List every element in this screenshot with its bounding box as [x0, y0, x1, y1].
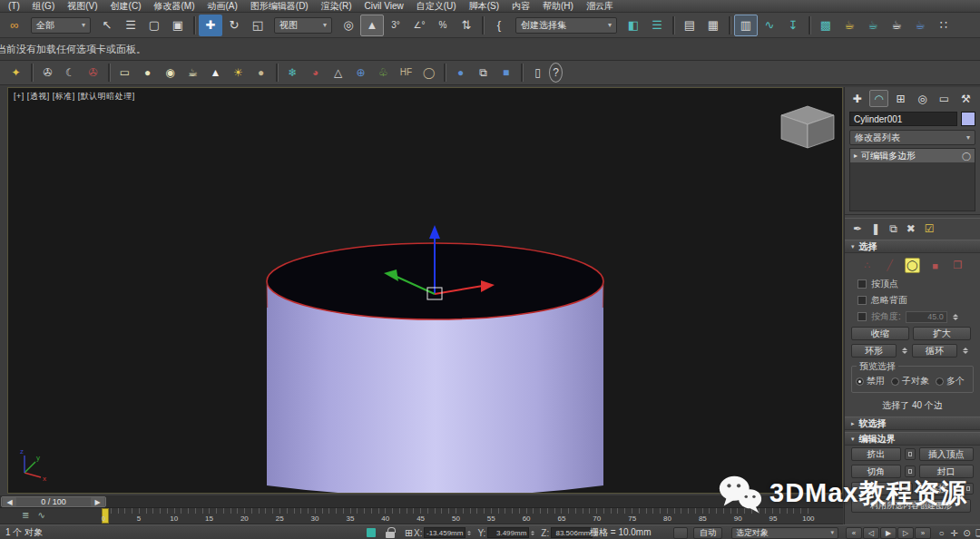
shrink-button[interactable]: 收缩	[851, 327, 909, 340]
viewport-label[interactable]: [+] [透视] [标准] [默认明暗处理]	[14, 91, 135, 103]
tab-display[interactable]: ▭	[935, 90, 954, 107]
set-key-button[interactable]	[673, 527, 688, 539]
menu-item[interactable]: 视图(V)	[61, 0, 103, 13]
cone-light-icon[interactable]: ▲	[204, 63, 227, 83]
bird-hf-icon[interactable]: HF	[395, 63, 417, 83]
sphere-red-icon[interactable]: ◕	[304, 63, 327, 83]
mini-curve-editor-icon[interactable]: ∿	[37, 510, 44, 520]
connect-button[interactable]: 连接	[916, 482, 959, 495]
previous-frame-button[interactable]: ◁	[863, 527, 879, 539]
bridge-settings-icon[interactable]	[902, 483, 913, 495]
panel-resize-handle[interactable]	[845, 214, 980, 219]
create-shape-button[interactable]: 利用所选内容创建图形	[851, 499, 971, 513]
configure-modifier-sets-icon[interactable]: ☑	[925, 222, 935, 235]
chamfer-settings-icon[interactable]	[905, 466, 916, 477]
preview-subobj-radio[interactable]: 子对象	[891, 375, 929, 387]
loop-spinner[interactable]	[961, 345, 969, 357]
border-mode-icon[interactable]: ◯	[905, 258, 920, 273]
x-coordinate-field[interactable]: -13.459mm	[424, 527, 466, 538]
play-button[interactable]: ▶	[880, 527, 897, 539]
material-editor-icon[interactable]: ▩	[814, 15, 838, 36]
bridge-button[interactable]: 桥	[851, 482, 898, 495]
z-coordinate-field[interactable]: 83.506mm	[551, 527, 593, 538]
next-frame-button[interactable]: ▷	[897, 527, 914, 539]
perspective-viewport[interactable]: x y z [+] [透视] [标准] [默认明暗处理]	[7, 87, 843, 494]
grow-button[interactable]: 扩大	[913, 327, 971, 340]
isolate-selection-icon[interactable]	[367, 528, 376, 537]
snap-toggle-3d-icon[interactable]: 3°	[384, 15, 407, 36]
toggle-ribbon-icon[interactable]: ▥	[734, 15, 758, 36]
blob-light-icon[interactable]: ●	[136, 63, 159, 83]
pyramid-icon[interactable]: △	[327, 63, 349, 83]
key-filter-dropdown[interactable]: 选定对象	[731, 527, 838, 539]
previous-frame-arrow[interactable]: ◀	[3, 497, 16, 506]
preview-multi-radio[interactable]: 多个	[936, 375, 965, 387]
cap-button[interactable]: 封口	[919, 465, 974, 478]
teapot-light-icon[interactable]: ☕	[181, 63, 204, 83]
by-vertex-checkbox[interactable]	[858, 279, 867, 289]
edge-mode-icon[interactable]: ╱	[882, 258, 897, 273]
disc-light-icon[interactable]: ●	[250, 63, 272, 83]
insert-vertex-button[interactable]: 插入顶点	[919, 447, 974, 461]
toggle-layer-explorer-icon[interactable]: ▦	[701, 15, 725, 36]
go-to-start-button[interactable]: «	[846, 527, 862, 539]
orbit-icon[interactable]: ⊙	[961, 527, 973, 539]
menu-item[interactable]: 脚本(S)	[463, 0, 505, 13]
percent-snap-icon[interactable]: %	[431, 15, 455, 36]
menu-item[interactable]: 帮助(H)	[536, 0, 580, 13]
polygon-mode-icon[interactable]: ■	[927, 258, 943, 273]
show-end-result-icon[interactable]: ❚	[871, 222, 880, 235]
y-spinner[interactable]	[529, 527, 535, 538]
align-icon[interactable]: ☰	[645, 15, 669, 36]
menu-item[interactable]: 修改器(M)	[147, 0, 201, 13]
expand-arrow-icon[interactable]: ▸	[854, 152, 858, 160]
object-color-swatch[interactable]	[961, 112, 975, 126]
rect-selection-region-icon[interactable]: ▢	[142, 15, 166, 36]
remove-modifier-icon[interactable]: ✖	[906, 222, 916, 235]
view-cube[interactable]	[781, 106, 834, 148]
track-bar-options-icon[interactable]: ≣	[22, 510, 29, 520]
camera-red-icon[interactable]: ✇	[82, 63, 104, 83]
extrude-button[interactable]: 挤出	[851, 447, 901, 461]
help-icon[interactable]: ?	[549, 63, 563, 83]
rendered-frame-icon[interactable]: ☕	[861, 15, 885, 36]
sphere-light-icon[interactable]: ◉	[159, 63, 181, 83]
menu-item[interactable]: 渲染(R)	[315, 0, 358, 13]
window-crossing-icon[interactable]: ▣	[166, 15, 190, 36]
tab-motion[interactable]: ◎	[913, 90, 932, 107]
area-light-icon[interactable]: ▭	[113, 63, 136, 83]
rollout-edit-borders[interactable]: 编辑边界	[845, 432, 980, 446]
next-frame-arrow[interactable]: ▶	[91, 497, 104, 506]
menu-item[interactable]: 自定义(U)	[410, 0, 463, 13]
edit-named-selection-sets-icon[interactable]: {	[487, 15, 511, 36]
menu-item[interactable]: (T)	[2, 1, 26, 11]
selection-filter-dropdown[interactable]: 全部	[31, 17, 91, 34]
menu-item[interactable]: 溜云库	[580, 0, 620, 13]
globe-icon[interactable]: ⊕	[349, 63, 372, 83]
zoom-icon[interactable]: ○	[936, 527, 947, 539]
box-blue-icon[interactable]: ■	[495, 63, 517, 83]
ignore-backfacing-checkbox[interactable]	[858, 296, 867, 305]
menu-item[interactable]: 图形编辑器(D)	[244, 0, 315, 13]
pin-stack-icon[interactable]: ✒	[853, 222, 862, 235]
connect-settings-icon[interactable]	[963, 483, 974, 495]
time-slider-handle[interactable]: ◀ 0 / 100 ▶	[1, 496, 106, 507]
render-cloud-icon[interactable]: ☕	[908, 15, 932, 36]
rain-icon[interactable]: ❄	[281, 63, 304, 83]
loop-button[interactable]: 循环	[912, 344, 957, 358]
maximize-viewport-icon[interactable]: ❏	[974, 527, 980, 539]
named-selection-sets-dropdown[interactable]: 创建选择集	[515, 17, 617, 34]
angle-value-field[interactable]: 45.0	[906, 311, 947, 323]
render-production-icon[interactable]: ☕	[885, 15, 908, 36]
x-spinner[interactable]	[466, 527, 472, 538]
rollout-soft-selection[interactable]: 软选择	[845, 416, 980, 430]
moon-icon[interactable]: ☾	[59, 63, 82, 83]
y-coordinate-field[interactable]: 3.499mm	[487, 527, 529, 538]
tab-utilities[interactable]: ⚒	[956, 90, 975, 107]
sphere-tan-icon[interactable]: ◯	[417, 63, 440, 83]
camera-icon[interactable]: ✇	[36, 63, 59, 83]
reference-coordinate-dropdown[interactable]: 视图	[274, 17, 332, 34]
track-bar[interactable]: ≣ ∿ 051015202530354045505560657075808590…	[0, 508, 843, 524]
tab-create[interactable]: ✚	[848, 90, 867, 107]
toggle-scene-explorer-icon[interactable]: ▤	[678, 15, 701, 36]
